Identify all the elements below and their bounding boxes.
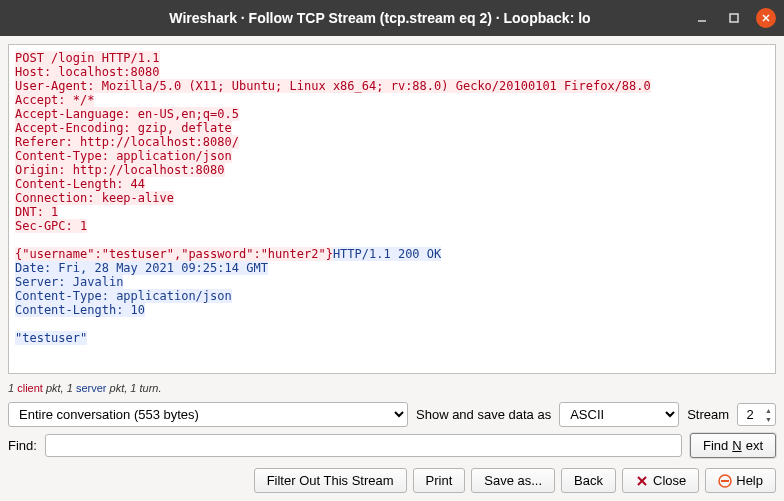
stream-down-icon[interactable]: ▼ (762, 415, 775, 424)
request-text: POST /login HTTP/1.1 Host: localhost:808… (15, 51, 651, 261)
maximize-button[interactable] (724, 8, 744, 28)
close-window-button[interactable] (756, 8, 776, 28)
encoding-select[interactable]: ASCII (559, 402, 679, 427)
close-icon (635, 474, 649, 488)
find-next-button[interactable]: Find Next (690, 433, 776, 458)
titlebar: Wireshark · Follow TCP Stream (tcp.strea… (0, 0, 784, 36)
packet-stats: 1 client pkt, 1 server pkt, 1 turn. (8, 380, 776, 396)
stream-label: Stream (687, 407, 729, 422)
help-button[interactable]: Help (705, 468, 776, 493)
stream-up-icon[interactable]: ▲ (762, 406, 775, 415)
svg-rect-1 (730, 14, 738, 22)
conversation-select[interactable]: Entire conversation (553 bytes) (8, 402, 408, 427)
show-save-label: Show and save data as (416, 407, 551, 422)
back-button[interactable]: Back (561, 468, 616, 493)
print-button[interactable]: Print (413, 468, 466, 493)
find-label: Find: (8, 438, 37, 453)
find-input[interactable] (45, 434, 682, 457)
response-text: HTTP/1.1 200 OK Date: Fri, 28 May 2021 0… (15, 247, 441, 345)
minimize-button[interactable] (692, 8, 712, 28)
stream-number-input[interactable] (738, 404, 762, 425)
window-title: Wireshark · Follow TCP Stream (tcp.strea… (68, 10, 692, 26)
stream-spinbox[interactable]: ▲ ▼ (737, 403, 776, 426)
tcp-stream-content[interactable]: POST /login HTTP/1.1 Host: localhost:808… (8, 44, 776, 374)
svg-rect-7 (721, 480, 729, 482)
help-icon (718, 474, 732, 488)
filter-out-button[interactable]: Filter Out This Stream (254, 468, 407, 493)
save-as-button[interactable]: Save as... (471, 468, 555, 493)
close-button[interactable]: Close (622, 468, 699, 493)
